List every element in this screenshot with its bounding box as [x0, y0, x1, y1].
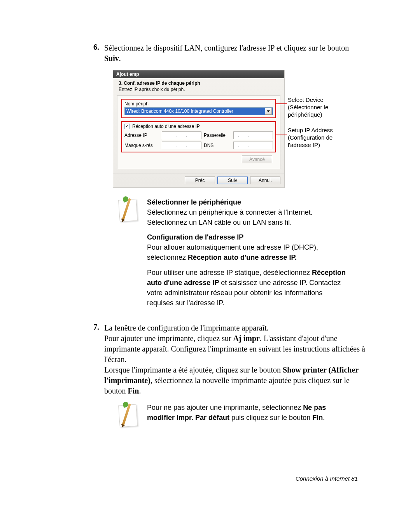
ip-label: Adresse IP: [124, 133, 159, 138]
next-button[interactable]: Suiv: [217, 177, 248, 184]
note-1-text: Sélectionner le périphérique Sélectionne…: [147, 197, 349, 313]
note1-h2: Configuration de l'adresse IP: [147, 233, 243, 241]
ip-input[interactable]: ...: [162, 131, 201, 139]
advanced-row: Avancé: [121, 156, 276, 165]
step6-text: Sélectionnez le dispositif LAN, configur…: [104, 44, 349, 52]
step-7: 7. La fenêtre de configuration de l'impr…: [93, 323, 366, 396]
note1-p1: Sélectionnez un périphérique à connecter…: [147, 208, 313, 226]
s7-l2a: Pour ajouter une imprimante, cliquez sur: [104, 334, 233, 343]
n2-t1: Pour ne pas ajouter une imprimante, séle…: [147, 404, 303, 411]
advanced-button[interactable]: Avancé: [242, 156, 272, 163]
dns-label: DNS: [204, 143, 231, 148]
dns-input[interactable]: ...: [233, 142, 273, 149]
dialog-ajout-emp: Ajout emp 3. Conf. adresse IP de chaque …: [113, 70, 285, 188]
select-device-box: Nom périph Wired: Broadcom 440x 10/100 I…: [121, 99, 276, 118]
dialog-panel: Nom périph Wired: Broadcom 440x 10/100 I…: [117, 95, 280, 169]
note1-p2b: Réception auto d'une adresse IP.: [188, 254, 297, 261]
dialog-title: Ajout emp: [113, 70, 284, 78]
page-footer: Connexion à Internet 81: [296, 475, 358, 482]
cancel-button[interactable]: Annul.: [250, 177, 280, 184]
note-2: Pour ne pas ajouter une imprimante, séle…: [117, 402, 366, 427]
gw-label: Passerelle: [204, 133, 231, 138]
s7-l3e: .: [139, 387, 141, 395]
figure-dialog-row: Ajout emp 3. Conf. adresse IP de chaque …: [113, 70, 366, 188]
note-icon: [117, 402, 138, 427]
dialog-footer: Préc Suiv Annul.: [113, 173, 284, 187]
n2-t5: .: [323, 414, 325, 422]
dialog-subheader: Entrez IP après choix du périph.: [113, 86, 284, 95]
callout-line-1: [275, 103, 287, 104]
s7-l3a: Lorsque l'imprimante a été ajoutée, cliq…: [104, 366, 283, 374]
chevron-down-icon[interactable]: [265, 108, 272, 115]
step-6: 6. Sélectionnez le dispositif LAN, confi…: [93, 43, 366, 64]
step-7-number: 7.: [93, 323, 104, 396]
step6-dot: .: [119, 54, 121, 63]
note-icon: [117, 197, 138, 221]
gw-input[interactable]: ...: [233, 131, 273, 139]
step-7-body: La fenêtre de configuration de l'imprima…: [104, 323, 366, 396]
step-6-body: Sélectionnez le dispositif LAN, configur…: [104, 43, 366, 64]
setup-ip-box: Réception auto d'une adresse IP Adresse …: [121, 121, 276, 152]
mask-input[interactable]: ...: [162, 142, 201, 149]
note1-h1: Sélectionner le périphérique: [147, 198, 241, 206]
s7-l1: La fenêtre de configuration de l'imprima…: [104, 324, 269, 332]
auto-ip-label: Réception auto d'une adresse IP: [132, 124, 200, 129]
ip-grid: Adresse IP ... Passerelle ... Masque s-r…: [124, 131, 273, 149]
auto-ip-checkbox[interactable]: [124, 124, 130, 129]
auto-ip-row: Réception auto d'une adresse IP: [124, 124, 273, 129]
device-label: Nom périph: [124, 101, 273, 107]
mask-label: Masque s-rés: [124, 143, 159, 148]
callout-select-device: Select Device (Sélectionner le périphéri…: [288, 96, 354, 118]
callout-line-2: [275, 135, 287, 135]
callout-setup-ip: Setup IP Address (Configuration de l'adr…: [288, 127, 354, 149]
note-2-text: Pour ne pas ajouter une imprimante, séle…: [147, 402, 349, 427]
n2-t4: Fin: [312, 414, 323, 422]
note1-p3a: Pour utiliser une adresse IP statique, d…: [147, 269, 312, 276]
device-value: Wired: Broadcom 440x 10/100 Integrated C…: [126, 108, 233, 114]
s7-l3d: Fin: [128, 387, 139, 395]
device-dropdown[interactable]: Wired: Broadcom 440x 10/100 Integrated C…: [124, 107, 273, 115]
s7-l2b: Aj impr: [233, 334, 260, 343]
dialog-header: 3. Conf. adresse IP de chaque périph: [113, 78, 284, 86]
step6-suiv: Suiv: [104, 54, 119, 63]
note-1: Sélectionner le périphérique Sélectionne…: [117, 197, 366, 313]
n2-t3: puis cliquez sur le bouton: [229, 414, 312, 422]
step-6-number: 6.: [93, 43, 104, 64]
prev-button[interactable]: Préc: [185, 177, 215, 184]
